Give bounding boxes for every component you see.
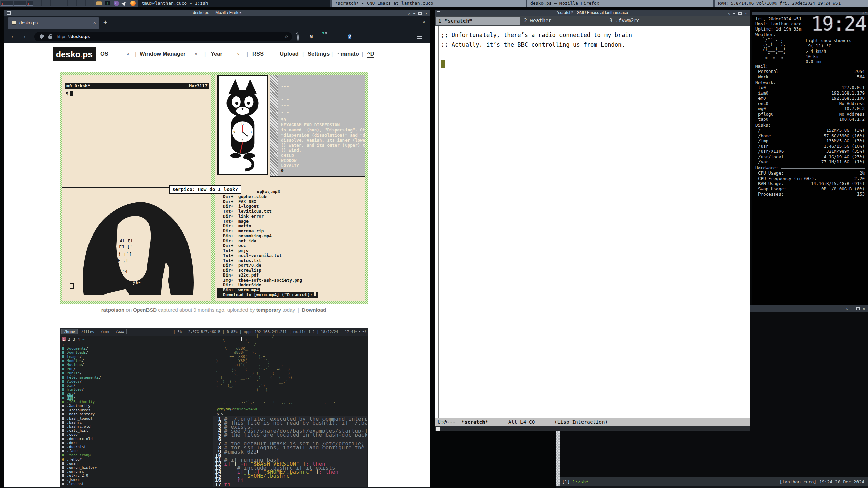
close-icon: × [425,11,427,16]
bookmark-star-icon[interactable]: ☆ [285,33,288,39]
back-button[interactable]: ← [11,33,15,40]
network-rows: lo0127.0.0.1iwm0192.168.1.179em0192.168.… [755,85,865,122]
mullvad-extension-icon[interactable]: M [310,33,313,40]
file-row: .Xauthority [62,404,150,408]
nav-os[interactable]: OS [100,50,108,57]
url-text[interactable]: https://desko.ps [57,34,90,39]
nav-separator: | [135,50,136,57]
cat-clock-art: 12 3 6 9 [219,76,267,174]
taskbar-window-emacs[interactable]: *scratch* - GNU Emacs at lanthan.cuco [332,0,526,7]
nav-settings[interactable]: Settings [308,50,330,57]
file-tree-panel: ↑Documents/Downloads/Images/Modèles/Musi… [62,342,150,487]
hatched-scrollbar [270,75,278,177]
gopher-list-item: Txt+notes.txt [217,258,365,263]
taskbar-window-firefox[interactable]: desko.ps — Mozilla Firefox [527,0,713,7]
firefox-icon[interactable] [130,1,136,6]
emacs-window-buttons[interactable]: △−× [725,11,747,16]
screenshot-ratpoison: m0 0:ksh* Mar3117 $ 4l ξl FJ [' i I`[ F … [60,72,368,304]
emacs-modeline: U:@--- *scratch* All L4 C0 (Lisp Interac… [435,418,750,426]
file-row: .face.icon@ [62,453,150,457]
tab-fvwm2rc[interactable]: 3 .fvwm2rc [609,18,640,24]
nav-upload[interactable]: Upload [280,50,299,57]
pager-desktop[interactable] [14,1,26,6]
hardware-row: Processes:153 [755,191,865,197]
gopher-list-item: Bin+s22c.pdf [217,273,365,278]
hardware-row: CPU Usage:2% [755,170,865,176]
tab-scratch[interactable]: 1 *scratch* [436,17,520,25]
taskbar-window-tmux[interactable]: tmux@lanthan.cuco - 1:zsh [138,0,330,7]
directory-row: Musique/ [62,363,150,367]
download-link[interactable]: Download [302,307,327,313]
workspace-number: 4 [78,337,80,341]
directory-row: Images/ [62,354,150,359]
nav-window-manager[interactable]: Window Manager [140,50,186,57]
menu-hamburger-icon[interactable] [417,35,422,39]
emacs-buffer[interactable]: ;; Unfortunately, there’s a radio connec… [435,26,750,418]
nav-user[interactable]: ~minato [337,50,359,57]
file-row: .dmenurc.old [62,436,150,441]
nav-logout[interactable]: ^D [367,50,374,58]
weather-info-line: Light snow showers [806,38,851,43]
vimium-icon[interactable]: V [348,33,351,40]
svg-text:9: 9 [233,130,235,134]
emacs-scrollbar[interactable] [435,26,439,418]
icon-slot [68,0,77,6]
screenshot-canvas: m0 0:ksh* Mar3117 $ 4l ξl FJ [' i I`[ F … [62,75,365,301]
lock-icon[interactable] [48,36,52,39]
site-logo[interactable]: desko.ps [53,47,96,61]
workspace-number: 3 [73,337,75,341]
code-line: 16 fi [213,478,367,482]
icon-slot [50,0,59,6]
caption-text: captured about 9 months ago, uploaded by [157,307,256,313]
emacs-titlebar[interactable]: *scratch* - GNU Emacs at lanthan.cuco △−… [435,10,750,16]
network-row: wg010.7.0.3 [755,106,865,111]
conky-section-network: Network: [755,80,865,85]
new-tab-button[interactable]: + [103,18,107,26]
weather-ascii-art: _`/"" .-. ,\_( ). /(___(__) * * * * * * [757,37,786,61]
directory-row: PDF/ [62,367,150,371]
firefox-titlebar[interactable]: desko.ps — Mozilla Firefox △−× [4,10,430,16]
emacs-icon[interactable]: ξ [114,1,120,6]
gopher-selected-item: Bin+worm.mp4 [217,288,260,293]
emacs-echo-area[interactable] [435,426,750,431]
svg-text:4l ξl: 4l ξl [120,238,133,243]
tab-weather[interactable]: 2 weather [524,18,551,24]
launcher-icon[interactable] [122,1,129,6]
conky-date: fri, 20dec2024 w51 [755,16,801,21]
chevron-down-icon[interactable]: ∨ [237,52,240,56]
nav-separator: | [362,50,363,57]
tab-list-chevron-icon[interactable]: ∨ [422,19,425,24]
chevron-down-icon[interactable]: ∨ [195,52,197,56]
nav-year[interactable]: Year [211,50,222,57]
tracking-shield-icon[interactable] [40,34,44,39]
nav-rss[interactable]: RSS [252,50,264,57]
tab-close-icon[interactable]: × [93,20,96,25]
file-row: .gman [62,461,150,465]
caption-text: on [124,307,133,313]
terminal-window-buttons[interactable]: △−× [843,306,865,311]
echo-cursor [436,427,440,431]
pager-desktop[interactable] [1,1,13,6]
file-row: .Xresources [62,408,150,412]
chevron-down-icon[interactable]: ∨ [126,52,129,56]
file-row: .calc_hist [62,428,150,432]
disks-row: /152M/5.8G (3%) [755,128,865,133]
nav-separator: | [302,50,304,57]
terminal-icon[interactable]: $ [105,1,111,6]
reload-icon[interactable] [297,34,299,41]
caption-bold[interactable]: temporary [256,307,281,313]
forward-button[interactable]: → [22,33,25,40]
close-icon: × [745,11,747,16]
browser-tab[interactable]: desko.ps × [8,17,99,29]
firefox-window-buttons[interactable]: △−× [405,11,427,16]
directory-row: htmldev/ [62,387,150,391]
folder-icon[interactable] [96,1,102,6]
modeline-position: All L4 C0 [508,418,535,426]
hexagram-window: --- --- - - - - --- - - 59 HEXAGRAM FOR … [270,75,365,177]
file-row: .bash_logout [62,416,150,420]
conky-section-weather: Weather: [755,32,865,37]
gopher-list-item: Dir+UnderSide [217,283,365,288]
workspace-number: 1 [62,337,66,341]
url-bar[interactable]: https://desko.ps ☆ [34,32,292,41]
hardware-row: Swap Usage:0B /8.00GiB (0%) [755,186,865,192]
